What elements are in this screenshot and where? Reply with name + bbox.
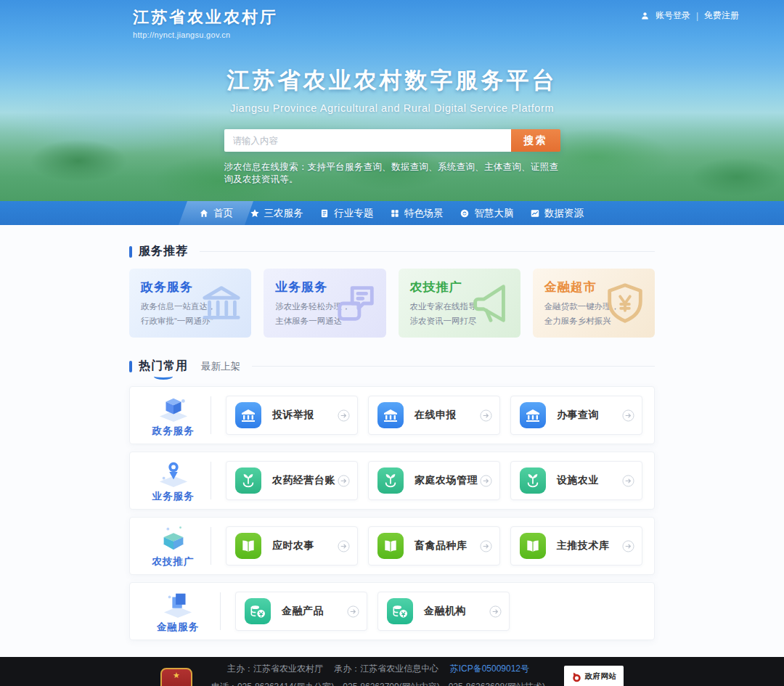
gov-site-badge-label: 政府网站 <box>585 671 617 682</box>
top-bar: 江苏省农业农村厅 http://nynct.jiangsu.gov.cn 账号登… <box>0 0 784 39</box>
tab-hot-common[interactable]: 热门常用 <box>139 359 188 374</box>
data-icon <box>530 208 540 219</box>
arrow-icon <box>347 605 359 618</box>
gov-3d-icon <box>155 393 192 423</box>
service-item-online-declaration[interactable]: 在线申报 <box>368 396 500 435</box>
service-item-pesticide-ledger[interactable]: 农药经营台账 <box>226 461 358 500</box>
sprout-icon <box>377 467 404 494</box>
service-item-facility-agriculture[interactable]: 设施农业 <box>510 461 642 500</box>
icp-link[interactable]: 苏ICP备05009012号 <box>450 663 529 674</box>
arrow-icon <box>622 540 634 552</box>
nav-item-home[interactable]: 首页 <box>192 201 240 225</box>
section-accent-bar <box>129 246 132 258</box>
nav-item-smart-brain[interactable]: 智慧大脑 <box>452 201 520 225</box>
service-item-main-tech-db[interactable]: 主推技术库 <box>510 526 642 565</box>
hero-banner: 江苏省农业农村厅 http://nynct.jiangsu.gov.cn 账号登… <box>0 0 784 201</box>
search-input[interactable] <box>224 129 511 152</box>
section-rule <box>252 366 655 367</box>
arrow-icon <box>480 409 492 422</box>
coins-yuan-icon <box>387 598 413 624</box>
footer: 主办：江苏省农业农村厅 承办：江苏省农业信息中心 苏ICP备05009012号 … <box>0 657 784 686</box>
arrow-icon <box>338 540 350 552</box>
footer-organizer: 承办：江苏省农业信息中心 <box>334 663 438 674</box>
service-item-family-farm[interactable]: 家庭农场管理 <box>368 461 500 500</box>
open-book-icon <box>377 533 404 559</box>
service-item-affairs-inquiry[interactable]: 办事查询 <box>510 396 642 435</box>
open-book-icon <box>235 533 261 559</box>
sprout-icon <box>520 467 546 494</box>
category-finance: 金融服务 <box>142 589 214 634</box>
nav-item-industry-topics[interactable]: 行业专题 <box>312 201 380 225</box>
bank-icon <box>199 281 244 326</box>
footer-text: 主办：江苏省农业农村厅 承办：江苏省农业信息中心 苏ICP备05009012号 … <box>211 657 545 686</box>
register-link[interactable]: 免费注册 <box>704 9 739 22</box>
sprout-icon <box>235 467 261 494</box>
service-item-livestock-breed-db[interactable]: 畜禽品种库 <box>368 526 500 565</box>
main-nav: 首页 三农服务 行业专题 特色场景 智慧大脑 数据资源 <box>0 201 784 225</box>
divider <box>220 592 221 630</box>
recommend-cards: 政务服务 政务信息一站直达， 行政审批“一网通办” 业务服务 涉农业务轻松办理，… <box>129 269 655 338</box>
card-agritech-promotion[interactable]: 农技推广 农业专家在线指导， 涉农资讯一网打尽 <box>399 269 520 338</box>
divider <box>211 462 211 499</box>
arrow-icon <box>622 475 634 487</box>
platform-subtitle: Jiangsu Province Agricultural and Rural … <box>0 102 784 114</box>
service-item-seasonal-farming[interactable]: 应时农事 <box>226 526 358 565</box>
account-links: 账号登录 | 免费注册 <box>640 9 739 22</box>
nav-item-sannong-services[interactable]: 三农服务 <box>242 201 311 225</box>
arrow-icon <box>338 475 350 487</box>
shield-yuan-icon <box>603 281 648 326</box>
coins-yuan-icon <box>245 598 271 624</box>
nav-item-featured-scenes[interactable]: 特色场景 <box>383 201 451 225</box>
card-finance-supermarket[interactable]: 金融超市 金融贷款一键办理， 全力服务乡村振兴 <box>533 269 655 338</box>
gov-site-badge[interactable]: 政府网站 <box>564 666 624 686</box>
recommend-section-head: 服务推荐 <box>129 225 655 259</box>
hot-section: 热门常用 最新上架 政务服务 <box>129 338 655 640</box>
service-row-gov: 政务服务 投诉举报 <box>129 386 655 444</box>
brain-icon <box>460 208 470 219</box>
category-label: 农技推广 <box>152 555 195 568</box>
service-item-complaint-report[interactable]: 投诉举报 <box>226 396 358 435</box>
recommend-section-title: 服务推荐 <box>139 244 188 259</box>
service-row-finance: 金融服务 金融产品 <box>129 582 655 640</box>
megaphone-icon <box>468 281 513 326</box>
tech-3d-icon <box>155 523 192 554</box>
search-bar: 搜索 <box>224 129 560 152</box>
search-button[interactable]: 搜索 <box>511 129 560 152</box>
category-gov: 政务服务 <box>142 393 205 438</box>
divider <box>211 527 211 565</box>
category-agritech: 农技推广 <box>142 523 205 568</box>
footer-host: 主办：江苏省农业农村厅 <box>227 663 323 674</box>
user-icon <box>640 11 650 20</box>
card-gov-services[interactable]: 政务服务 政务信息一站直达， 行政审批“一网通办” <box>129 269 251 338</box>
service-item-financial-products[interactable]: 金融产品 <box>235 592 367 631</box>
service-item-financial-institutions[interactable]: 金融机构 <box>377 592 510 631</box>
arrow-icon <box>489 605 502 618</box>
arrow-icon <box>338 409 350 422</box>
account-login-link[interactable]: 账号登录 <box>656 9 690 22</box>
bank-icon <box>235 402 261 428</box>
hot-section-head: 热门常用 最新上架 <box>129 338 655 374</box>
platform-title: 江苏省农业农村数字服务平台 <box>0 65 784 96</box>
main-content: 服务推荐 政务服务 政务信息一站直达， 行政审批“一网通办” <box>0 225 784 657</box>
national-emblem-badge <box>160 668 192 686</box>
section-rule <box>200 251 655 252</box>
star-icon <box>250 208 260 219</box>
divider <box>211 396 211 434</box>
recommend-section: 服务推荐 政务服务 政务信息一站直达， 行政审批“一网通办” <box>129 225 655 338</box>
bank-icon <box>520 402 546 428</box>
arrow-icon <box>622 409 634 422</box>
hero-content: 江苏省农业农村数字服务平台 Jiangsu Province Agricultu… <box>0 65 784 186</box>
gov-site-error-logo <box>571 671 582 682</box>
tab-newly-listed[interactable]: 最新上架 <box>201 360 240 373</box>
service-row-agritech: 农技推广 应时农事 <box>129 517 655 575</box>
open-book-icon <box>520 533 546 559</box>
category-label: 金融服务 <box>157 621 199 634</box>
nav-item-data-resources[interactable]: 数据资源 <box>523 201 591 225</box>
bank-icon <box>377 402 404 428</box>
section-accent-bar <box>129 361 132 372</box>
category-business: 业务服务 <box>142 458 205 503</box>
card-business-services[interactable]: 业务服务 涉农业务轻松办理， 主体服务一网通达 <box>264 269 385 338</box>
site-logo: 江苏省农业农村厅 http://nynct.jiangsu.gov.cn <box>133 7 278 39</box>
message-icon <box>334 281 379 326</box>
footer-phones: 电话：025-86263414(厅办公室)，025-86263709(网站内容)… <box>211 681 545 686</box>
